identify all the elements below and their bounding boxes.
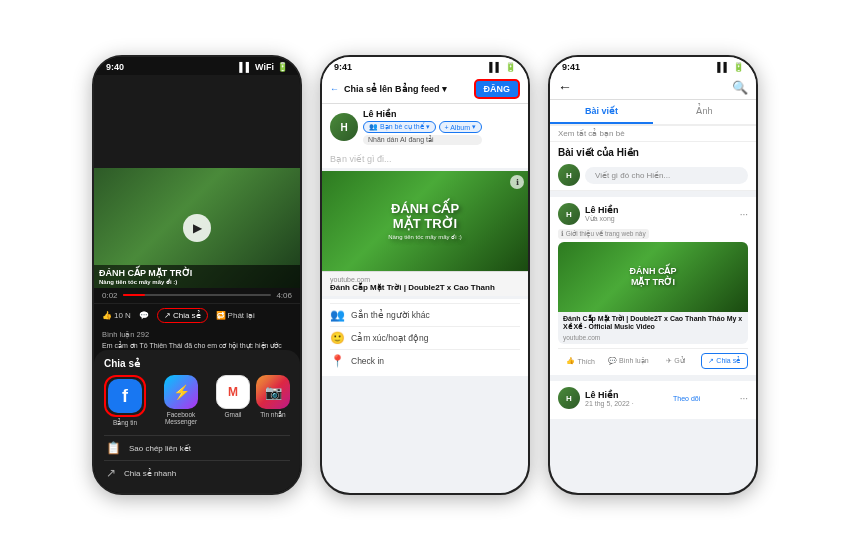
progress-fill (123, 294, 145, 296)
fb-header-2: ← Chia sẻ lên Bảng feed ▾ ĐĂNG (322, 75, 528, 104)
second-post-date: 21 thg 5, 2022 · (585, 400, 634, 407)
audience-chevron: ▾ (426, 123, 430, 131)
progress-bar[interactable] (123, 294, 272, 296)
post-button[interactable]: ĐĂNG (474, 79, 521, 99)
album-chevron: ▾ (472, 123, 476, 131)
post-sub-text: Vừa xong (585, 215, 619, 223)
back-icon-3[interactable]: ← (558, 79, 572, 95)
video-thumbnail[interactable]: ▶ ĐÁNH CẤP MẶT TRỜI Nàng tiên tóc mây mâ… (94, 168, 300, 288)
share-action[interactable]: ↗ Chia sẻ (701, 353, 749, 369)
tag-label: Gắn thẻ người khác (351, 310, 430, 320)
replay-label: Phát lại (228, 311, 255, 320)
share-button[interactable]: ↗ Chia sẻ (157, 308, 208, 323)
battery-2: 🔋 (505, 62, 516, 72)
more-button[interactable]: ··· (740, 209, 748, 220)
video-actions: 👍 10 N 💬 ↗ Chia sẻ 🔁 (94, 303, 300, 327)
share-label: Chia sẻ (173, 311, 201, 320)
search-icon-3[interactable]: 🔍 (732, 80, 748, 95)
share-app-gmail[interactable]: M Gmail (216, 375, 250, 427)
send-label-3: Gửi (674, 357, 685, 365)
like-icon-3: 👍 (566, 357, 575, 365)
share-overlay: Chia sẻ f Bảng tin ⚡ Facebook Messenger (94, 350, 300, 493)
second-more-button[interactable]: ··· (740, 393, 748, 404)
write-post-input[interactable]: Viết gì đó cho Hiền... (585, 167, 748, 184)
tab-baiviet[interactable]: Bài viết (550, 100, 653, 124)
messenger-icon: ⚡ (164, 375, 198, 409)
time-3: 9:41 (562, 62, 580, 72)
second-post-name: Lê Hiền (585, 390, 634, 400)
ai-tag: Nhãn dán AI đang tải (363, 135, 482, 145)
copy-label: Sao chép liên kết (129, 444, 191, 453)
second-post-author-info: Lê Hiền 21 thg 5, 2022 · (585, 390, 634, 407)
post-link-main: ĐÁNH CẤP (629, 266, 676, 277)
fb-icon: f (108, 379, 142, 413)
post-header: H Lê Hiền Vừa xong ··· (558, 203, 748, 225)
post-link-domain: youtube.com (558, 334, 748, 344)
status-icons-1: ▌▌ WiFi 🔋 (239, 62, 288, 72)
phone-1-screen: 9:40 ▌▌ WiFi 🔋 ▶ ĐÁNH CẤP MẶT TRỜI (94, 57, 300, 493)
audience-label: Bạn bè cụ thể (380, 123, 424, 131)
share-app-fb[interactable]: f Bảng tin (104, 375, 146, 427)
people-icon: 👥 (369, 123, 378, 131)
audience-tag[interactable]: 👥 Bạn bè cụ thể ▾ (363, 121, 436, 133)
post-input[interactable]: Bạn viết gì đi... (322, 150, 528, 168)
comment-action[interactable]: 💬 Bình luận (606, 354, 652, 368)
like-action[interactable]: 👍 Thích (558, 354, 604, 368)
play-button[interactable]: ▶ (183, 214, 211, 242)
friends-text: Xem tất cả bạn bè (550, 126, 756, 142)
feeling-icon: 🙂 (330, 331, 345, 345)
profile-tabs: Bài viết Ảnh (550, 100, 756, 126)
copy-link-option[interactable]: 📋 Sao chép liên kết (104, 435, 290, 460)
phone-3-screen: 9:41 ▌▌ 🔋 ← 🔍 Bài viết Ảnh Xem tất cả bạ… (550, 57, 756, 493)
checkin-option[interactable]: 📍 Check in (330, 349, 520, 372)
gmail-label: Gmail (225, 411, 242, 418)
replay-icon: 🔁 (216, 311, 226, 320)
checkin-label: Check in (351, 356, 384, 366)
phone-1-content: ▶ ĐÁNH CẤP MẶT TRỜI Nàng tiên tóc mây mâ… (94, 75, 300, 493)
send-action[interactable]: ✈ Gửi (653, 354, 699, 368)
video-main-title: ĐÁNH CẤP MẶT TRỜI (99, 268, 295, 278)
back-button-2[interactable]: ← Chia sẻ lên Bảng feed ▾ (330, 84, 447, 94)
instagram-label: Tin nhắn (260, 411, 285, 419)
share-app-instagram[interactable]: 📷 Tin nhắn (256, 375, 290, 427)
gmail-icon: M (216, 375, 250, 409)
share-app-messenger[interactable]: ⚡ Facebook Messenger (152, 375, 210, 427)
status-bar-1: 9:40 ▌▌ WiFi 🔋 (94, 57, 300, 75)
site-sub: ℹ Giới thiệu về trang web này (558, 229, 748, 239)
link-title-2: Đánh Cắp Mặt Trời | Double2T x Cao Thanh (330, 283, 520, 292)
comment-count: Bình luận 292 (102, 330, 149, 339)
audience-row: 👥 Bạn bè cụ thể ▾ + Album ▾ (363, 121, 482, 133)
link-image-tagline: Nàng tiên tóc mây mây ơi :) (388, 234, 462, 241)
post-link-preview: ĐÁNH CẤP MẶT TRỜI Đánh Cắp Mặt Trời | Do… (558, 242, 748, 344)
feeling-option[interactable]: 🙂 Cảm xúc/hoạt động (330, 326, 520, 349)
write-avatar: H (558, 164, 580, 186)
share-title: Chia sẻ (104, 358, 290, 369)
album-tag[interactable]: + Album ▾ (439, 121, 483, 133)
header-title-2: Chia sẻ lên Bảng feed ▾ (344, 84, 447, 94)
replay-button[interactable]: 🔁 Phát lại (216, 311, 255, 320)
time-duration: 4:06 (276, 291, 292, 300)
comment-button[interactable]: 💬 (139, 311, 149, 320)
post-link-sub-img: MẶT TRỜI (629, 277, 676, 288)
write-post-row: H Viết gì đó cho Hiền... (550, 160, 756, 191)
author-name-2: Lê Hiền (363, 109, 482, 119)
tab-anh[interactable]: Ảnh (653, 100, 756, 124)
time-1: 9:40 (106, 62, 124, 72)
like-button[interactable]: 👍 10 N (102, 311, 131, 320)
battery-3: 🔋 (733, 62, 744, 72)
phone-2: 9:41 ▌▌ 🔋 ← Chia sẻ lên Bảng feed ▾ ĐĂNG… (320, 55, 530, 495)
comment-label-3: Bình luận (619, 357, 649, 365)
fb-highlight: f (104, 375, 146, 417)
quick-share-option[interactable]: ↗ Chia sẻ nhanh (104, 460, 290, 485)
follow-button[interactable]: Theo dõi (673, 395, 700, 402)
second-post-avatar: H (558, 387, 580, 409)
second-post-header: H Lê Hiền 21 thg 5, 2022 · Theo dõi ··· (558, 387, 748, 409)
like-count: 10 N (114, 311, 131, 320)
info-icon: ℹ (510, 175, 524, 189)
phone-1: 9:40 ▌▌ WiFi 🔋 ▶ ĐÁNH CẤP MẶT TRỜI (92, 55, 302, 495)
link-info: youtube.com Đánh Cắp Mặt Trời | Double2T… (322, 271, 528, 296)
quick-share-label: Chia sẻ nhanh (124, 469, 176, 478)
back-icon-2: ← (330, 84, 339, 94)
tag-people-option[interactable]: 👥 Gắn thẻ người khác (330, 303, 520, 326)
link-preview: ĐÁNH CẤP MẶT TRỜI Nàng tiên tóc mây mây … (322, 171, 528, 296)
